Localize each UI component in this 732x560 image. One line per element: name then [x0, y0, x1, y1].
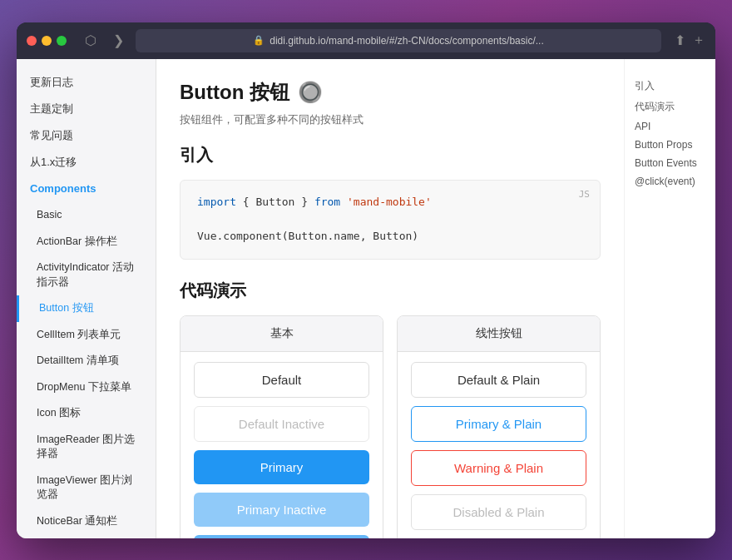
lock-icon: 🔒: [253, 35, 265, 46]
sidebar-item-actionbar[interactable]: ActionBar 操作栏: [17, 229, 156, 255]
sidebar: 更新日志 主题定制 常见问题 从1.x迁移 Components Basic A…: [17, 59, 156, 538]
btn-primary[interactable]: Primary: [194, 450, 369, 484]
browser-window: ⬡ ❯ 🔒 didi.github.io/mand-mobile/#/zh-CN…: [17, 22, 715, 538]
section-import-title: 引入: [180, 144, 601, 166]
toc-item-demo[interactable]: 代码演示: [635, 97, 705, 117]
code-block: JS import { Button } from 'mand-mobile' …: [180, 180, 601, 260]
page-title: Button 按钮 🔘: [180, 79, 601, 106]
sidebar-item-detailitem[interactable]: DetailItem 清单项: [17, 348, 156, 374]
main-content: Button 按钮 🔘 按钮组件，可配置多种不同的按钮样式 引入 JS impo…: [156, 59, 624, 538]
left-col-body: Default Default Inactive Primary Primary…: [181, 352, 383, 538]
demo-columns: 基本 Default Default Inactive Primary Prim…: [180, 315, 601, 538]
code-line-1: import { Button } from 'mand-mobile': [197, 194, 583, 211]
maximize-button[interactable]: [57, 36, 67, 46]
code-tag: JS: [579, 187, 590, 202]
address-bar[interactable]: 🔒 didi.github.io/mand-mobile/#/zh-CN/doc…: [136, 29, 661, 52]
btn-default-inactive[interactable]: Default Inactive: [194, 406, 369, 442]
toc-item-api[interactable]: API: [635, 117, 705, 136]
sidebar-item-imagereader[interactable]: ImageReader 图片选择器: [17, 427, 156, 468]
btn-loading[interactable]: Loading: [194, 535, 369, 538]
btn-plain-primary[interactable]: Primary & Plain: [411, 406, 586, 442]
new-tab-button[interactable]: ＋: [692, 32, 705, 49]
btn-plain-default[interactable]: Default & Plain: [411, 362, 586, 398]
forward-button[interactable]: ❯: [108, 29, 129, 52]
sidebar-item-changelog[interactable]: 更新日志: [17, 69, 156, 96]
sidebar-item-activityindicator[interactable]: ActivityIndicator 活动指示器: [17, 255, 156, 295]
btn-default[interactable]: Default: [194, 362, 369, 398]
btn-plain-warning[interactable]: Warning & Plain: [411, 450, 586, 486]
sidebar-item-icon[interactable]: Icon 图标: [17, 400, 156, 427]
browser-content: 更新日志 主题定制 常见问题 从1.x迁移 Components Basic A…: [17, 59, 715, 538]
sidebar-item-imageviewer[interactable]: ImageViewer 图片浏览器: [17, 468, 156, 508]
sidebar-item-cellitem[interactable]: CellItem 列表单元: [17, 322, 156, 349]
traffic-lights: [27, 36, 67, 46]
minimize-button[interactable]: [42, 36, 52, 46]
btn-primary-inactive[interactable]: Primary Inactive: [194, 493, 369, 527]
sidebar-item-theme[interactable]: 主题定制: [17, 96, 156, 122]
back-button[interactable]: ⬡: [80, 29, 101, 52]
url-text: didi.github.io/mand-mobile/#/zh-CN/docs/…: [270, 35, 544, 47]
page-subtitle: 按钮组件，可配置多种不同的按钮样式: [180, 112, 601, 127]
sidebar-item-noticebar[interactable]: NoticeBar 通知栏: [17, 508, 156, 535]
demo-left-column: 基本 Default Default Inactive Primary Prim…: [180, 315, 383, 538]
toc-item-click-event[interactable]: @click(event): [635, 172, 705, 191]
sidebar-item-components[interactable]: Components: [17, 176, 156, 202]
sidebar-item-button[interactable]: Button 按钮: [17, 295, 156, 322]
title-bar: ⬡ ❯ 🔒 didi.github.io/mand-mobile/#/zh-CN…: [17, 22, 715, 59]
toc-item-button-props[interactable]: Button Props: [635, 136, 705, 154]
btn-plain-disabled[interactable]: Disabled & Plain: [411, 494, 586, 530]
sidebar-item-basic[interactable]: Basic: [17, 202, 156, 229]
demo-section-title: 代码演示: [180, 280, 601, 302]
demo-right-column: 线性按钮 Default & Plain Primary & Plain War…: [397, 315, 601, 538]
right-col-header: 线性按钮: [398, 316, 600, 352]
code-line-2: Vue.component(Button.name, Button): [197, 228, 583, 245]
close-button[interactable]: [27, 36, 37, 46]
toc: 引入 代码演示 API Button Props Button Events @…: [624, 59, 715, 538]
toolbar-actions: ⬆ ＋: [675, 32, 705, 49]
toc-item-import[interactable]: 引入: [635, 76, 705, 97]
left-col-header: 基本: [181, 316, 383, 352]
sidebar-item-dropmenu[interactable]: DropMenu 下拉菜单: [17, 374, 156, 401]
sidebar-item-faq[interactable]: 常见问题: [17, 122, 156, 149]
share-button[interactable]: ⬆: [675, 32, 685, 49]
right-col-body: Default & Plain Primary & Plain Warning …: [398, 352, 600, 538]
sidebar-item-migration[interactable]: 从1.x迁移: [17, 149, 156, 176]
toc-item-button-events[interactable]: Button Events: [635, 154, 705, 172]
